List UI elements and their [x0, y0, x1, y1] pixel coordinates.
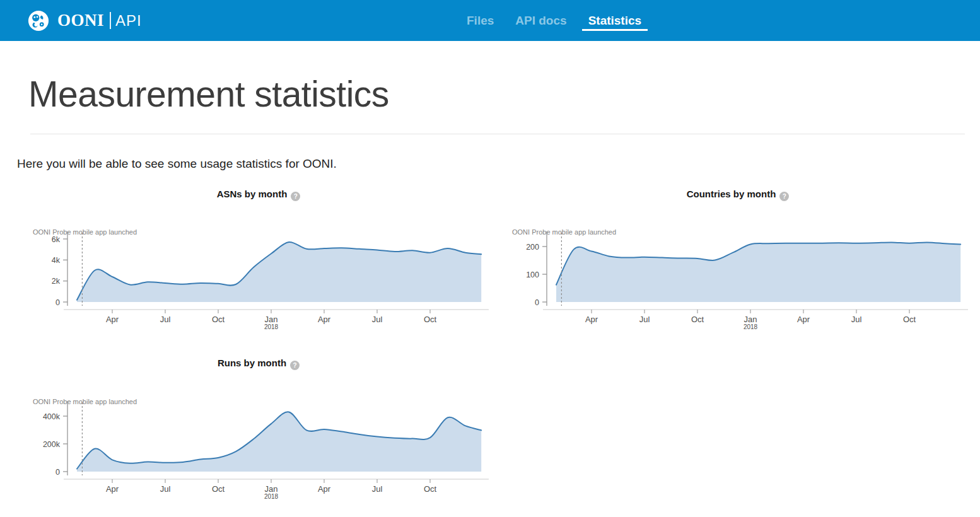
svg-text:Jul: Jul: [372, 484, 383, 494]
countries-by-month-chart: 0100200AprJulOctJan2018AprJulOctOONI Pro…: [505, 226, 971, 339]
nav-item-api-docs[interactable]: API docs: [509, 0, 573, 41]
top-nav-bar: OONI API Files API docs Statistics: [0, 0, 980, 41]
help-icon[interactable]: ?: [290, 361, 300, 370]
svg-text:Jan: Jan: [744, 315, 757, 324]
page-title: Measurement statistics: [28, 73, 389, 115]
intro-text: Here you will be able to see some usage …: [17, 157, 337, 171]
chart-title-countries: Countries by month?: [505, 189, 971, 201]
svg-text:Apr: Apr: [318, 315, 331, 324]
chart-title-asns: ASNs by month?: [25, 189, 492, 201]
svg-text:Jul: Jul: [372, 315, 383, 324]
svg-text:Jul: Jul: [639, 315, 650, 324]
brand-home-link[interactable]: OONI API: [28, 0, 142, 41]
title-divider: [30, 134, 965, 134]
svg-text:Oct: Oct: [903, 315, 916, 324]
svg-text:2018: 2018: [744, 323, 758, 330]
svg-text:Jan: Jan: [265, 484, 278, 494]
svg-text:OONI Probe mobile app launched: OONI Probe mobile app launched: [33, 398, 137, 405]
brand-suffix: API: [115, 12, 142, 30]
svg-text:0: 0: [535, 298, 539, 307]
svg-text:Apr: Apr: [585, 315, 598, 324]
svg-text:Apr: Apr: [797, 315, 810, 324]
svg-text:100: 100: [526, 270, 539, 279]
nav-item-files[interactable]: Files: [460, 0, 500, 41]
svg-text:Oct: Oct: [424, 484, 437, 494]
chart-title-asns-label: ASNs by month: [217, 189, 288, 199]
svg-text:Jul: Jul: [851, 315, 862, 324]
svg-text:OONI Probe mobile app launched: OONI Probe mobile app launched: [512, 228, 616, 236]
chart-title-runs-label: Runs by month: [218, 357, 286, 368]
help-icon[interactable]: ?: [291, 192, 300, 201]
help-icon[interactable]: ?: [779, 192, 789, 201]
svg-text:6k: 6k: [52, 235, 61, 244]
chart-title-countries-label: Countries by month: [687, 189, 776, 199]
chart-title-runs: Runs by month?: [25, 357, 492, 370]
svg-text:2018: 2018: [264, 493, 279, 500]
nav-item-statistics[interactable]: Statistics: [582, 0, 648, 41]
svg-text:Jul: Jul: [160, 315, 171, 324]
svg-text:Oct: Oct: [212, 484, 225, 494]
svg-text:OONI Probe mobile app launched: OONI Probe mobile app launched: [33, 228, 137, 236]
svg-text:Apr: Apr: [318, 484, 331, 494]
brand-name: OONI: [57, 11, 104, 30]
brand-divider: [110, 12, 111, 29]
ooni-api-page: OONI API Files API docs Statistics Measu…: [0, 0, 980, 517]
svg-text:Oct: Oct: [691, 315, 704, 324]
svg-text:0: 0: [55, 298, 60, 307]
svg-text:Apr: Apr: [106, 484, 119, 494]
svg-text:Jul: Jul: [160, 484, 171, 494]
svg-text:200k: 200k: [43, 440, 61, 449]
svg-text:Oct: Oct: [212, 315, 225, 324]
svg-text:2k: 2k: [52, 277, 61, 286]
asns-by-month-chart: 02k4k6kAprJulOctJan2018AprJulOctOONI Pro…: [25, 226, 492, 339]
svg-text:Oct: Oct: [424, 315, 437, 324]
svg-text:4k: 4k: [52, 256, 61, 265]
svg-text:200: 200: [526, 243, 539, 252]
main-nav: Files API docs Statistics: [460, 0, 648, 41]
runs-by-month-chart: 0200k400kAprJulOctJan2018AprJulOctOONI P…: [25, 395, 492, 509]
svg-text:400k: 400k: [43, 412, 61, 421]
svg-text:Jan: Jan: [265, 315, 278, 324]
svg-text:Apr: Apr: [106, 315, 119, 324]
svg-text:0: 0: [55, 468, 60, 477]
svg-text:2018: 2018: [264, 323, 279, 330]
ooni-logo-icon: [28, 10, 49, 32]
